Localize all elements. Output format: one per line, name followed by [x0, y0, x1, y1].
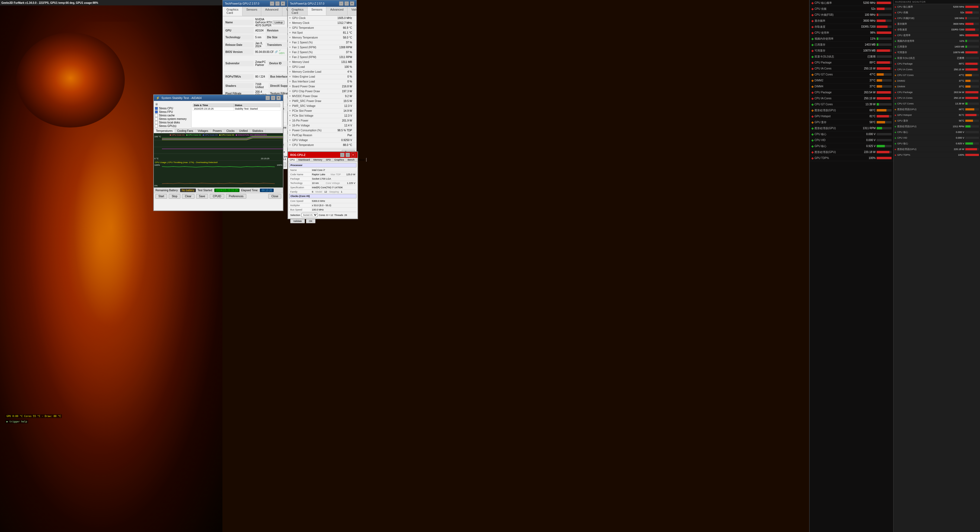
gpuz-row-shaders: Shaders7168 Unified [224, 82, 268, 89]
overlay-row-22: ◆ CPU 核心 0.000 V [810, 131, 893, 137]
gpuz-sensors-tabs: Graphics Card Sensors Advanced Validatio… [288, 7, 356, 16]
cpuz-socket-selector[interactable]: Socket #1 [301, 213, 318, 217]
aida64-tab-statistics[interactable]: Statistics [250, 129, 266, 133]
overlay-row-0: ◆ CPU 核心频率 5200 MHz [810, 0, 893, 6]
cpuz-tab-cpu[interactable]: CPU [288, 158, 297, 162]
overlay-row-11: ◆ CPU IA Cores 250.15 W [810, 66, 893, 72]
aida64-minimize-btn[interactable]: – [266, 96, 270, 100]
aida64-maximize-btn[interactable]: □ [271, 96, 275, 100]
aida64-tab-temps[interactable]: Temperatures [154, 129, 175, 133]
cpuz-tab-spd[interactable]: SPD [324, 158, 333, 162]
hw-main-panel: Hardware Monitor ◆ CPU 核心频率 5200 MHz ◆ C… [893, 0, 980, 532]
cpuz-ok-btn[interactable]: OK [306, 219, 315, 223]
cpuz-tab-memory[interactable]: Memory [312, 158, 325, 162]
cpuz-minimize-btn[interactable]: – [340, 153, 344, 157]
hw-main-row-19: ◆ GPU Hotspot 81°C [894, 112, 980, 118]
hw-main-row-15: ◆ CPU Package 263.54 W [894, 89, 980, 95]
gpuz-close-btn[interactable]: ✕ [281, 2, 285, 6]
aida64-close-btn[interactable]: ✕ [277, 96, 281, 100]
cpuz-validate-btn[interactable]: Validate [290, 219, 305, 223]
cpuz-selection-row: Selection Socket #1 Cores 8 + 12 Threads… [289, 212, 356, 218]
gpuz-tab-sensors[interactable]: Sensors [242, 7, 261, 16]
gpuz-row-subvendor: SubvendorZotacPC Partner [224, 55, 267, 72]
gpuz-lookup-btn[interactable]: Lookup [273, 21, 285, 24]
gpuz-sensors-titlebar: TechPowerUp GPU-Z 2.57.0 – □ ✕ [288, 0, 356, 7]
cpuz-tab-bench[interactable]: Bench [346, 158, 357, 162]
gpuz-tab-advanced[interactable]: Advanced [261, 7, 282, 16]
overlay-row-7: ◆ 已用显存 1403 MB [810, 42, 893, 48]
aida64-title: System Stability Test - AIDA64 [161, 96, 202, 100]
hw-overlay-panel: ◆ CPU 核心频率 5200 MHz ◆ CPU 倍频 52x ◆ CPU 外… [809, 0, 893, 532]
aida64-start-btn[interactable]: Start [156, 194, 167, 199]
cpuz-close-btn[interactable]: ✕ [351, 153, 355, 157]
gpuz-sensors-maximize[interactable]: □ [344, 2, 349, 6]
gpuz-maximize-btn[interactable]: □ [275, 2, 280, 6]
cpuz-tab-about[interactable]: About [356, 158, 366, 162]
aida64-elapsed-label: Elapsed Time: [241, 189, 258, 192]
aida64-tab-unified[interactable]: Unified [237, 129, 250, 133]
hw-main-row-13: ◆ DIMM2 37°C [894, 78, 980, 84]
gpuz-sensor-row-5: ▼ Fan 1 Speed (%) 37 % [288, 40, 356, 45]
aida64-chart1-time: 23:15:25 [261, 157, 269, 160]
aida64-stress-fpu[interactable]: Stress FPU [155, 110, 190, 113]
aida64-stress-gpu[interactable]: Stress GPU(s) [155, 124, 190, 127]
aida64-close-btn2[interactable]: Close [268, 194, 281, 199]
cpuz-row-codename: Code Name Raptor Lake Max TDP 125.0 W [289, 172, 356, 177]
overlay-row-13: ◆ DIMM2 37°C [810, 78, 893, 84]
gpuz-sensors-minimize[interactable]: – [339, 2, 344, 6]
aida64-stress-cache[interactable]: Stress cache [155, 114, 190, 117]
overlay-row-25: ◆ 图形处理器(GPU) 220.18 W [810, 149, 893, 155]
aida64-stress-mem[interactable]: Stress system memory [155, 118, 190, 121]
gpuz-sensors-tab-sensors[interactable]: Sensors [308, 7, 326, 16]
aida64-tab-fans[interactable]: Cooling Fans [175, 129, 196, 133]
overlay-row-1: ◆ CPU 倍频 52x [810, 6, 893, 12]
aida64-stress-cpu[interactable]: Stress CPU [155, 107, 190, 110]
gpuz-sensors-window: TechPowerUp GPU-Z 2.57.0 – □ ✕ Graphics … [288, 0, 357, 157]
gpuz-sensor-row-27: ▼ System Memory Used 7035 MB [288, 148, 356, 149]
furmark-title: Geeks3D FurMark v1.34.0.0 - 221FPS, GPU1… [2, 2, 98, 4]
cpuz-titlebar: ROG CPU-Z – □ ✕ [288, 152, 358, 158]
aida64-stop-btn[interactable]: Stop [169, 194, 180, 199]
hw-main-row-25: ◆ 图形处理器(GPU) 220.18 W [894, 147, 980, 152]
gpuz-sensor-row-4: ▼ Memory Temperature 58.0 °C [288, 35, 356, 40]
overlay-row-19: ◆ GPU Hotspot 81°C [810, 113, 893, 119]
gpuz-row-rops: ROPs/TMUs80 / 224 [224, 72, 268, 82]
gpuz-sensors-tab-validation[interactable]: Validation [347, 7, 357, 16]
gpuz-sensor-row-14: ▼ Board Power Draw 216.8 W [288, 84, 356, 89]
aida64-save-btn[interactable]: Save [196, 194, 208, 199]
cpuz-tab-graphics[interactable]: Graphics [333, 158, 346, 162]
aida64-clear-btn[interactable]: Clear [182, 194, 194, 199]
aida64-test-started-val: 2024/2/5 23:15:25 [214, 188, 240, 192]
aida64-cpu-chart: CPU Usage | CPU Throttling (max: 17%) - … [154, 160, 283, 188]
overlay-row-26: ◆ GPU TDP% 100% [810, 155, 893, 161]
aida64-log-col-date: Date & Time [193, 104, 234, 107]
cpuz-maximize-btn[interactable]: □ [345, 153, 350, 157]
aida64-temp-svg [162, 133, 283, 160]
aida64-tab-voltages[interactable]: Voltages [196, 129, 210, 133]
aida64-tab-powers[interactable]: Powers [210, 129, 224, 133]
aida64-tab-clocks[interactable]: Clocks [224, 129, 237, 133]
gpuz-sensors-close[interactable]: ✕ [350, 2, 354, 6]
gpuz-sensor-row-20: ▼ PCIe Slot Voltage 12.3 V [288, 113, 356, 118]
aida64-cpuid-btn[interactable]: CPUID [210, 194, 224, 199]
aida64-elapsed-val: 00:13:20 [260, 188, 274, 192]
cpuz-tab-mainboard[interactable]: Mainboard [297, 158, 312, 162]
cpuz-row-corespeed: Core Speed 5300.0 MHz [289, 199, 356, 203]
gpuz-minimize-btn[interactable]: – [270, 2, 274, 6]
gpuz-sensors-tab-gc[interactable]: Graphics Card [288, 7, 308, 16]
gpuz-row-gpu: GPUAD104 [224, 28, 265, 33]
aida64-cpu-svg [162, 166, 275, 185]
gpuz-row-bios: BIOS Version 95.04.69.00.CF 🔗 ✓ UEFI [224, 49, 286, 55]
overlay-row-17: ◆ CPU GT Cores 13.39 W [810, 102, 893, 107]
gpuz-sensor-row-16: ▼ MVDDC Power Draw 9.2 W [288, 94, 356, 99]
fps-display: ▶ trigger help [5, 420, 28, 424]
aida64-tabs: Temperatures Cooling Fans Voltages Power… [154, 129, 283, 133]
aida64-stress-disk[interactable]: Stress local disks [155, 121, 190, 124]
overlay-row-4: ◆ 存取速度 DDR5-7200 [810, 24, 893, 30]
gpuz-sensors-tab-advanced[interactable]: Advanced [326, 7, 347, 16]
gpuz-sensor-row-24: ▼ PerfCap Reason Pwr [288, 133, 356, 138]
aida64-battery-label: Remaining Battery: [156, 189, 178, 192]
overlay-row-8: ◆ 可用显存 10879 MB [810, 48, 893, 54]
gpuz-tab-graphics[interactable]: Graphics Card [223, 7, 242, 16]
aida64-preferences-btn[interactable]: Preferences [226, 194, 247, 199]
